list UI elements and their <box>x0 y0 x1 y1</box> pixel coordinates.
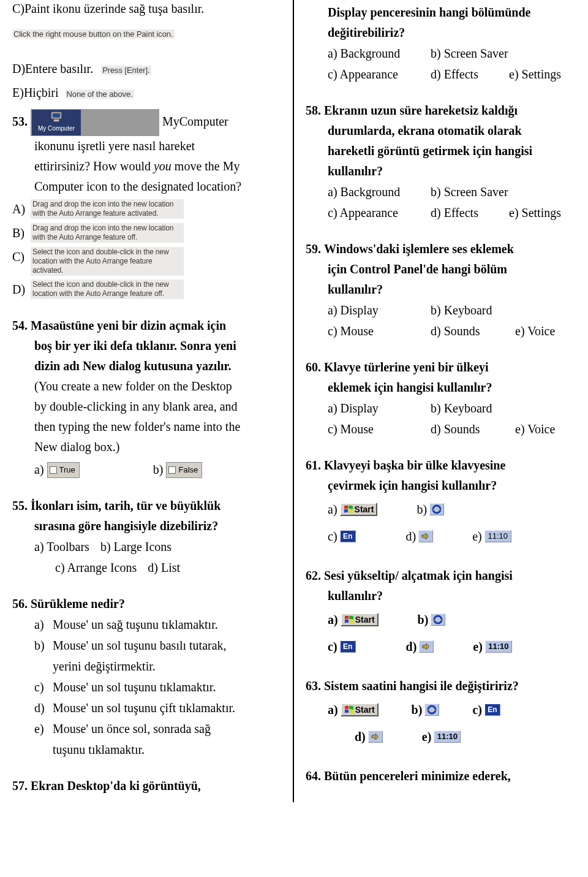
q58-opts-row1: a) Background b) Screen Saver <box>328 181 584 202</box>
language-indicator-icon: En <box>484 704 500 716</box>
svg-rect-1 <box>53 113 61 118</box>
question-58: 58. Ekranın uzun süre hareketsiz kaldığı… <box>306 101 584 223</box>
clock-icon: 11:10 <box>484 530 511 542</box>
clock-icon: 11:10 <box>485 640 512 653</box>
question-55: 55. İkonları isim, tarih, tür ve büyüklü… <box>12 496 285 578</box>
q53-c: C)Select the icon and double-click in th… <box>12 247 285 276</box>
question-61: 61. Klavyeyi başka bir ülke klavyesine ç… <box>306 455 584 550</box>
q54-a: a) True <box>34 460 80 480</box>
option-e-hint: None of the above. <box>66 89 134 99</box>
q62-b: b) <box>418 606 446 633</box>
question-63: 63. Sistem saatini hangisi ile değiştiri… <box>306 676 584 750</box>
page: C)Paint ikonu üzerinde sağ tuşa basılır.… <box>0 0 588 802</box>
q59-opts-row1: a) Display b) Keyboard <box>328 300 584 321</box>
option-c-hint: Click the right mouse button on the Pain… <box>12 29 175 39</box>
option-d-row: D)Entere basılır. Press [Enter]. <box>12 59 285 79</box>
speaker-icon <box>418 530 433 542</box>
windows-flag-icon <box>344 615 354 625</box>
q53-line1: 53. My Computer MyComputer <box>12 109 285 136</box>
q63-icons-row1: a) Start b) c) <box>328 696 584 723</box>
q53-b: B)Drag and drop the icon into the new lo… <box>12 223 285 243</box>
q53-b-hint: Drag and drop the icon into the new loca… <box>31 223 184 243</box>
q63-a: a) Start <box>328 696 379 723</box>
q53-after-icon: MyComputer <box>162 115 228 128</box>
checkbox-icon <box>168 466 176 474</box>
q63-c: c) En <box>472 696 500 723</box>
q57-opts-row1: a) Background b) Screen Saver <box>328 43 584 64</box>
question-62: 62. Sesi yükseltip/ alçatmak için hangis… <box>306 566 584 660</box>
start-button-icon: Start <box>340 503 378 516</box>
windows-flag-icon <box>344 705 354 715</box>
q61-icons-row2: c) En d) e) 11:10 <box>328 523 584 550</box>
q59-opts-row2: c) Mouse d) Sounds e) Voice <box>328 321 584 341</box>
q54-tf-row: a) True b) False <box>34 460 285 480</box>
q58-opts-row2: c) Appearance d) Effects e) Settings <box>328 202 584 223</box>
q62-a: a) Start <box>328 606 379 633</box>
q53-line2: ikonunu işretli yere nasıl hareket <box>34 136 285 156</box>
q54-b: b) False <box>153 460 202 480</box>
q53-c-hint: Select the icon and double-click in the … <box>31 247 184 276</box>
q61-icons-row1: a) Start b) <box>328 496 584 523</box>
q53-num: 53. <box>12 115 28 128</box>
windows-flag-icon <box>344 504 353 514</box>
left-column: C)Paint ikonu üzerinde sağ tuşa basılır.… <box>0 0 291 802</box>
option-c-text: C)Paint ikonu üzerinde sağ tuşa basılır. <box>12 0 285 19</box>
speaker-icon <box>368 731 383 743</box>
ie-icon <box>429 503 444 515</box>
q61-b: b) <box>417 496 444 523</box>
right-column: Display penceresinin hangi bölümünde değ… <box>291 0 588 802</box>
q57-opts-row2: c) Appearance d) Effects e) Settings <box>328 64 584 85</box>
q63-e: e) 11:10 <box>422 723 461 750</box>
question-60: 60. Klavye türlerine yeni bir ülkeyi ekl… <box>306 357 584 439</box>
q53-a-hint: Drag and drop the icon into the new loca… <box>31 199 184 219</box>
ie-icon <box>431 613 445 626</box>
mycomputer-bar: My Computer <box>31 109 159 136</box>
option-e-row: E)Hiçbiri None of the above. <box>12 83 285 103</box>
option-d-text: D)Entere basılır. <box>12 62 93 75</box>
q55-options-row1: a) Toolbars b) Large Icons <box>34 536 285 557</box>
q61-a: a) Start <box>328 496 377 523</box>
q63-icons-row2: d) e) 11:10 <box>355 723 584 750</box>
q63-b: b) <box>412 696 440 723</box>
question-59: 59. Windows'daki işlemlere ses eklemek i… <box>306 239 584 341</box>
question-56: 56. Sürükleme nedir? a)Mouse' un sağ tuş… <box>12 594 285 760</box>
q63-d: d) <box>355 723 383 750</box>
q53-a: A)Drag and drop the icon into the new lo… <box>12 199 285 219</box>
mycomputer-label: My Computer <box>38 124 75 134</box>
q53-d-hint: Select the icon and double-click in the … <box>31 279 184 299</box>
start-button-icon: Start <box>341 613 379 626</box>
q60-opts-row2: c) Mouse d) Sounds e) Voice <box>328 419 584 439</box>
question-57-cont: Display penceresinin hangi bölümünde değ… <box>306 2 584 85</box>
option-d-hint: Press [Enter]. <box>101 66 151 75</box>
q61-e: e) 11:10 <box>472 523 511 550</box>
mycomputer-selected-icon: My Computer <box>32 110 81 135</box>
q53-d: D)Select the icon and double-click in th… <box>12 279 285 300</box>
q53-line3: ettirirsiniz? How would you move the My <box>34 156 285 177</box>
option-d-e-row: D)Entere basılır. Press [Enter]. E)Hiçbi… <box>12 59 285 103</box>
q54-num: 54. <box>12 319 28 332</box>
q60-opts-row1: a) Display b) Keyboard <box>328 398 584 419</box>
q61-d: d) <box>406 523 434 550</box>
start-button-icon: Start <box>341 703 379 716</box>
option-e-text: E)Hiçbiri <box>12 86 59 99</box>
clock-icon: 11:10 <box>434 731 461 743</box>
option-c: C)Paint ikonu üzerinde sağ tuşa basılır.… <box>12 0 285 43</box>
q55-options-row2: c) Arrange Icons d) List <box>55 557 285 578</box>
q62-c: c) En <box>328 633 356 660</box>
column-divider <box>293 0 294 802</box>
q62-d: d) <box>406 633 434 660</box>
q62-e: e) 11:10 <box>473 633 512 660</box>
q61-c: c) En <box>328 523 356 550</box>
question-54: 54. Masaüstüne yeni bir dizin açmak için… <box>12 316 285 480</box>
language-indicator-icon: En <box>340 640 356 653</box>
q62-icons-row2: c) En d) e) 11:10 <box>328 633 584 660</box>
false-checkbox[interactable]: False <box>166 462 202 477</box>
question-57: 57. Ekran Desktop'da ki görüntüyü, <box>12 776 285 796</box>
checkbox-icon <box>50 466 57 474</box>
q53-line4: Computer icon to the designated location… <box>34 177 285 197</box>
true-checkbox[interactable]: True <box>47 462 80 477</box>
q62-icons-row1: a) Start b) <box>328 606 584 633</box>
language-indicator-icon: En <box>340 530 356 542</box>
question-64: 64. Bütün pencereleri minimize ederek, <box>306 766 584 786</box>
svg-rect-2 <box>53 120 59 122</box>
